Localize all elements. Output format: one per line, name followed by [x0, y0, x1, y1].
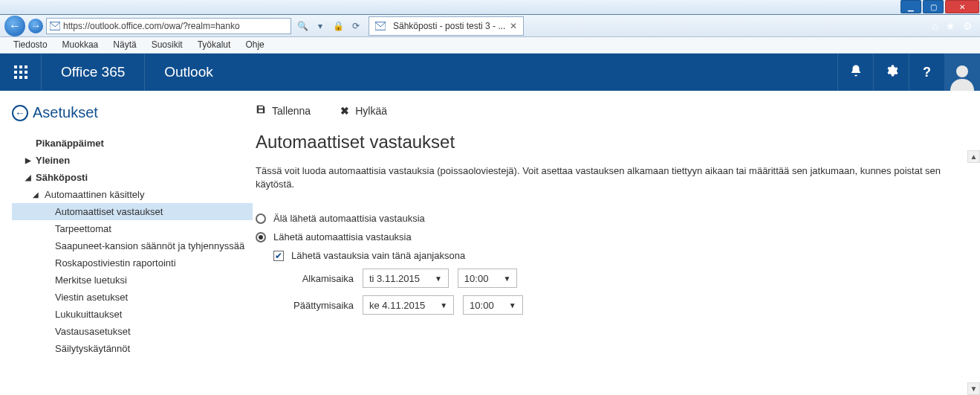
settings-back-link[interactable]: ← Asetukset — [12, 104, 253, 121]
window-minimize-button[interactable]: ▁ — [901, 0, 921, 13]
content-area: ← Asetukset Pikanäppäimet ▶ Yleinen ◢ Sä… — [0, 91, 980, 395]
nav-general[interactable]: ▶ Yleinen — [12, 152, 253, 169]
radio-off-icon — [256, 213, 266, 224]
save-label: Tallenna — [272, 105, 311, 117]
save-icon — [256, 104, 266, 117]
caret-down-icon: ◢ — [25, 173, 31, 182]
chevron-down-icon: ▼ — [440, 301, 447, 309]
menu-help[interactable]: Ohje — [238, 37, 271, 53]
chevron-down-icon: ▼ — [435, 274, 442, 283]
caret-down-icon: ◢ — [33, 190, 39, 199]
start-date-dropdown[interactable]: ti 3.11.2015 ▼ — [363, 269, 449, 288]
nav-auto-processing[interactable]: ◢ Automaattinen käsittely — [12, 186, 253, 203]
nav-retention[interactable]: Säilytyskäytännöt — [12, 340, 253, 357]
settings-sidebar: ← Asetukset Pikanäppäimet ▶ Yleinen ◢ Sä… — [0, 91, 253, 395]
radio-on-label: Lähetä automaattisia vastauksia — [273, 231, 412, 243]
app-launcher-button[interactable] — [0, 54, 42, 91]
start-time-row: Alkamisaika ti 3.11.2015 ▼ 10:00 ▼ — [253, 265, 974, 292]
caret-right-icon: ▶ — [25, 156, 31, 164]
discard-label: Hylkää — [355, 105, 387, 117]
browser-right-icons: ⌂ ★ ⚙ — [932, 20, 976, 32]
discard-icon: ✖ — [340, 105, 349, 117]
browser-back-button[interactable]: ← — [4, 16, 25, 36]
page-description: Tässä voit luoda automaattisia vastauksi… — [253, 164, 974, 191]
radio-on-icon — [256, 232, 266, 243]
settings-nav-tree: Pikanäppäimet ▶ Yleinen ◢ Sähköposti ◢ A… — [12, 135, 253, 357]
menu-edit[interactable]: Muokkaa — [55, 37, 106, 53]
mail-tab-icon — [375, 21, 386, 31]
scroll-up-button[interactable]: ▲ — [967, 150, 980, 163]
scroll-down-button[interactable]: ▼ — [967, 382, 980, 395]
start-time-dropdown[interactable]: 10:00 ▼ — [458, 269, 517, 288]
checkbox-period-label: Lähetä vastauksia vain tänä ajanjaksona — [291, 250, 465, 261]
discard-button[interactable]: ✖ Hylkää — [340, 104, 387, 117]
end-time-value: 10:00 — [470, 300, 494, 311]
notifications-button[interactable] — [837, 54, 873, 91]
svg-point-2 — [956, 65, 968, 77]
browser-tab[interactable]: Sähköposti - posti testi 3 - ... ✕ — [369, 16, 524, 36]
nav-mark-read[interactable]: Merkitse luetuksi — [12, 272, 253, 289]
nav-read-receipts[interactable]: Lukukuittaukset — [12, 306, 253, 323]
tab-close-icon[interactable]: ✕ — [510, 21, 517, 31]
window-maximize-button[interactable]: ▢ — [923, 0, 944, 13]
save-button[interactable]: Tallenna — [256, 104, 311, 117]
nav-mail[interactable]: ◢ Sähköposti — [12, 169, 253, 186]
page-title: Automaattiset vastaukset — [253, 132, 974, 152]
menu-tools[interactable]: Työkalut — [190, 37, 238, 53]
start-label: Alkamisaika — [287, 273, 354, 284]
start-date-value: ti 3.11.2015 — [369, 273, 420, 284]
gear-icon — [885, 64, 898, 81]
waffle-icon — [14, 65, 27, 79]
help-icon: ? — [923, 65, 931, 80]
favorites-icon[interactable]: ★ — [946, 20, 955, 32]
chevron-down-icon: ▼ — [503, 274, 510, 283]
radio-off-label: Älä lähetä automaattisia vastauksia — [273, 213, 425, 224]
end-time-dropdown[interactable]: 10:00 ▼ — [463, 295, 522, 315]
menu-file[interactable]: Tiedosto — [6, 37, 55, 53]
action-toolbar: Tallenna ✖ Hylkää — [253, 104, 974, 117]
browser-toolbar: ← → https://outlook.office.com/owa/?real… — [0, 15, 980, 37]
avatar-icon — [949, 61, 976, 91]
tools-icon[interactable]: ⚙ — [963, 20, 973, 32]
browser-menu-bar: Tiedosto Muokkaa Näytä Suosikit Työkalut… — [0, 37, 980, 54]
checkbox-period-row[interactable]: ✔ Lähetä vastauksia vain tänä ajanjakson… — [253, 246, 974, 265]
window-close-button[interactable]: ✕ — [945, 0, 979, 13]
end-label: Päättymisaika — [287, 300, 354, 311]
refresh-icon[interactable]: ⟳ — [349, 21, 363, 31]
radio-send[interactable]: Lähetä automaattisia vastauksia — [253, 228, 974, 246]
chevron-down-icon: ▼ — [509, 301, 516, 309]
nav-reply-settings[interactable]: Vastausasetukset — [12, 323, 253, 340]
help-button[interactable]: ? — [909, 54, 944, 91]
start-time-value: 10:00 — [464, 273, 489, 284]
main-panel: Tallenna ✖ Hylkää Automaattiset vastauks… — [253, 91, 980, 395]
browser-forward-button[interactable]: → — [28, 19, 43, 33]
address-url: https://outlook.office.com/owa/?realm=ha… — [63, 21, 240, 31]
nav-auto-replies[interactable]: Automaattiset vastaukset — [12, 203, 253, 220]
window-controls: ▁ ▢ ✕ — [0, 0, 980, 15]
end-date-value: ke 4.11.2015 — [369, 300, 425, 311]
nav-message-options[interactable]: Viestin asetukset — [12, 289, 253, 306]
nav-inbox-rules[interactable]: Saapuneet-kansion säännöt ja tyhjennyssä… — [12, 237, 253, 254]
address-bar[interactable]: https://outlook.office.com/owa/?realm=ha… — [46, 18, 291, 34]
profile-button[interactable] — [944, 54, 980, 91]
bell-icon — [849, 64, 863, 81]
menu-view[interactable]: Näytä — [106, 37, 143, 53]
settings-heading: Asetukset — [33, 104, 98, 121]
nav-clutter[interactable]: Tarpeettomat — [12, 220, 253, 237]
nav-shortcuts[interactable]: Pikanäppäimet — [12, 135, 253, 152]
nav-junk-reporting[interactable]: Roskapostiviestin raportointi — [12, 254, 253, 272]
o365-app-name[interactable]: Outlook — [145, 54, 232, 91]
back-arrow-icon: ← — [12, 105, 28, 121]
search-icon[interactable]: 🔍 — [296, 21, 309, 31]
settings-button[interactable] — [873, 54, 909, 91]
radio-dont-send[interactable]: Älä lähetä automaattisia vastauksia — [253, 209, 974, 228]
mail-site-icon — [50, 21, 60, 31]
home-icon[interactable]: ⌂ — [932, 20, 938, 32]
checkbox-period-icon: ✔ — [273, 251, 284, 261]
o365-brand[interactable]: Office 365 — [42, 54, 145, 91]
menu-favorites[interactable]: Suosikit — [144, 37, 190, 53]
dropdown-icon[interactable]: ▾ — [314, 21, 327, 31]
end-time-row: Päättymisaika ke 4.11.2015 ▼ 10:00 ▼ — [253, 292, 974, 318]
o365-header: Office 365 Outlook ? — [0, 54, 980, 91]
end-date-dropdown[interactable]: ke 4.11.2015 ▼ — [363, 295, 454, 315]
